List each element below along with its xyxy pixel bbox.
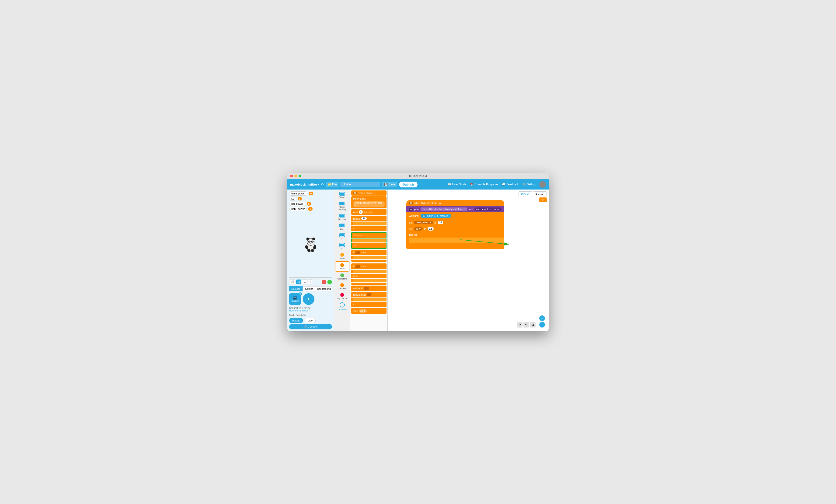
my-blocks-label: My Blocks [337, 297, 347, 299]
if-then-bottom[interactable] [351, 260, 386, 262]
forever-canvas-bottom[interactable]: ↩ [406, 243, 504, 249]
upload-mode-button[interactable]: Upload [289, 318, 303, 323]
set-kp-block[interactable]: set kp ▼ to 0.5 [406, 226, 504, 232]
wait-block[interactable]: wait 1 seconds [351, 209, 386, 215]
print-block[interactable]: ⊞ print Press B to start line following … [406, 206, 504, 212]
add-device-button[interactable]: + [303, 293, 315, 305]
cyberpi-device[interactable]: ✕ 📷 CyberPi [289, 293, 301, 305]
category-iot[interactable]: IoT [335, 242, 349, 251]
set-base-power-block[interactable]: set base_power ▼ to 30 [406, 219, 504, 226]
forever-canvas-block-top[interactable]: forever [406, 232, 504, 237]
hat-block[interactable]: ⊞ when CyberPi starts up [406, 200, 504, 206]
category-sensing[interactable]: Sensing [335, 212, 349, 222]
if-then-else-block-top[interactable]: if then [351, 264, 386, 269]
user-guide-link[interactable]: 📖 User Guide [448, 183, 466, 186]
forever-block-top[interactable]: forever [351, 232, 386, 238]
device-controls: ⬜ ⊞ ☰ ⠿ Devices Sprites Background ✕ [289, 277, 332, 329]
print-and: and [469, 208, 473, 211]
extension-button[interactable]: + extension [337, 302, 347, 311]
project-name-input[interactable] [340, 182, 380, 187]
go-button[interactable] [327, 280, 332, 285]
app-window: mBlock v5.4.3 makeblock | mBlock ⟳ 📁 Fil… [287, 173, 549, 331]
list-view-btn[interactable]: ☰ [302, 279, 307, 285]
toolbar-icon: ⟳ [321, 182, 324, 186]
insert-code-block[interactable]: insert code cyberpi.console.print("hello… [351, 196, 386, 208]
wait-until-block[interactable]: wait until [351, 286, 386, 291]
motion-sensing-icon [339, 202, 345, 206]
category-operators[interactable]: Operators [335, 272, 349, 282]
canvas-area: Blocks Python </> ⊞ when CyberPi starts … [388, 190, 549, 331]
close-button[interactable] [290, 175, 293, 177]
devices-tab[interactable]: Devices [289, 286, 303, 291]
forever-block-bottom[interactable]: ↩ [351, 243, 386, 249]
variables-label: Variables [338, 287, 346, 290]
how-to-use-link[interactable]: How to use device? [289, 309, 309, 312]
set2-to: to [424, 228, 426, 230]
stop-block[interactable]: stop all ▼ [351, 308, 386, 314]
file-menu-button[interactable]: 📁 File [326, 182, 339, 187]
base-power-value: 30 [438, 221, 443, 224]
kp-value: 0.5 [428, 227, 434, 231]
wait-until-canvas-block[interactable]: wait until ⊞ button B ▼ pressed? [406, 212, 504, 219]
wait-until-diamond [364, 287, 369, 290]
avatar[interactable] [539, 181, 546, 188]
grid-view-btn[interactable]: ⊞ [296, 279, 301, 285]
repeat-until-bottom[interactable]: ↩ [351, 302, 386, 307]
else-label: else [353, 275, 358, 277]
python-tab[interactable]: Python [533, 191, 547, 197]
undo-button[interactable]: ↩ [517, 322, 522, 328]
example-programs-link[interactable]: 📚 Example Programs [470, 183, 498, 186]
category-ai[interactable]: AI [335, 232, 349, 241]
category-my-blocks[interactable]: My Blocks [335, 292, 349, 301]
redo-button[interactable]: ↪ [524, 322, 529, 328]
live-mode-button[interactable]: Live [305, 318, 316, 323]
print-message: Press B to start line following and A to… [421, 208, 467, 211]
svg-point-13 [307, 249, 310, 252]
var-left-power: left_power 0 [289, 202, 332, 206]
category-lan[interactable]: LAN [335, 222, 349, 232]
canvas-tabs: Blocks Python [518, 191, 547, 197]
stop-button[interactable] [322, 280, 326, 285]
connect-button[interactable]: 🔗 Connect [289, 324, 332, 329]
code-toggle-button[interactable]: </> [539, 197, 547, 202]
category-variables[interactable]: Variables [335, 282, 349, 291]
settings-link[interactable]: ⚙️ Setting [522, 183, 535, 186]
svg-rect-15 [340, 192, 344, 195]
expand-view-btn[interactable]: ⬜ [289, 279, 295, 285]
repeat-until-label: repeat until [353, 293, 366, 296]
sprites-tab[interactable]: Sprites [303, 286, 316, 291]
publish-button[interactable]: Publish [399, 181, 418, 188]
repeat-until-block-top[interactable]: repeat until [351, 292, 386, 297]
then-label-1: then [361, 251, 366, 254]
if-then-block-top[interactable]: if then [351, 250, 386, 255]
button-label: button [426, 215, 433, 217]
repeat-block-bottom[interactable]: ↩ [351, 226, 386, 231]
remove-device-icon[interactable]: ✕ [299, 292, 302, 296]
zoom-in-button[interactable]: + [539, 315, 545, 321]
zoom-out-button[interactable]: − [539, 322, 545, 328]
toolbar: makeblock | mBlock ⟳ 📁 File 💾 Save Publi… [287, 179, 549, 190]
feedback-link[interactable]: 💬 Feedback [502, 183, 519, 186]
blocks-tab[interactable]: Blocks [518, 191, 532, 197]
category-display[interactable]: Display [335, 191, 349, 200]
dots-view-btn[interactable]: ⠿ [308, 279, 313, 285]
category-motion-sensing[interactable]: Motion Sensing [335, 200, 349, 212]
minimize-button[interactable] [294, 175, 297, 177]
category-events[interactable]: Events [335, 252, 349, 261]
if2-diamond [355, 265, 360, 268]
panel-tabs: Devices Sprites Background [289, 286, 332, 291]
restart-block[interactable]: ⊞ restart CyberPi [351, 191, 386, 196]
category-control[interactable]: Control [335, 261, 349, 272]
device-icon: 📷 [293, 296, 297, 300]
repeat-block-inner [351, 222, 386, 226]
background-tab[interactable]: Background [316, 286, 332, 291]
fit-screen-button[interactable]: ⊡ [530, 322, 535, 328]
save-button[interactable]: 💾 Save [382, 182, 397, 187]
maximize-button[interactable] [299, 175, 301, 177]
extension-label: extension [338, 308, 347, 310]
kp-var-reporter: kp ▼ [414, 227, 423, 231]
mode-row: Upload Live [289, 318, 332, 323]
repeat-block-top[interactable]: repeat 10 [351, 216, 386, 221]
if-else-bottom[interactable] [351, 283, 386, 285]
else-block[interactable]: else [351, 274, 386, 278]
